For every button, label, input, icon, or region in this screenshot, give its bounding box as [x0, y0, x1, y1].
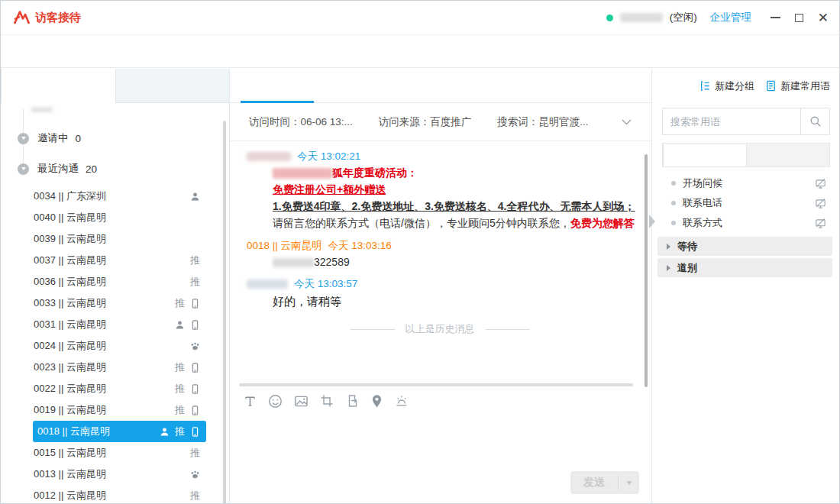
top-right-area: (空闲) 企业管理 ✕	[606, 11, 829, 24]
visitor-list: 0034 || 广东深圳 0040 || 云南昆明	[1, 186, 229, 504]
expand-info-chevron-icon[interactable]	[622, 119, 632, 125]
send-button[interactable]: 发送	[570, 471, 639, 494]
image-icon[interactable]	[294, 394, 309, 409]
push-badge: 推	[175, 382, 185, 396]
quick-reply-item[interactable]: 联系电话	[662, 193, 830, 213]
agent-name-redacted	[620, 13, 663, 22]
sidebar-tab[interactable]	[115, 69, 230, 103]
push-to-visitor-icon[interactable]	[815, 198, 826, 209]
visitor-row[interactable]: 0013 || 云南昆明	[33, 464, 206, 485]
push-to-visitor-icon[interactable]	[815, 178, 826, 189]
visitor-label: 0040 || 云南昆明	[34, 211, 200, 225]
close-button[interactable]: ✕	[818, 11, 829, 24]
agent-status: (空闲)	[670, 11, 697, 24]
quick-reply-item[interactable]: 开场问候	[662, 173, 830, 193]
visitor-icons: 推	[160, 425, 200, 438]
visitor-label: 0023 || 云南昆明	[34, 360, 175, 374]
chat-tab[interactable]	[392, 69, 468, 102]
mobile-phone-icon	[190, 299, 200, 309]
push-to-visitor-icon[interactable]	[815, 218, 826, 229]
visitor-row[interactable]: 0039 || 云南昆明	[33, 228, 206, 250]
visitor-label: 0012 || 云南昆明	[34, 489, 190, 502]
screenshot-icon[interactable]	[320, 394, 334, 408]
chat-tab[interactable]	[315, 69, 392, 102]
visitor-row[interactable]: 0037 || 云南昆明 推	[33, 250, 206, 271]
visitor-row[interactable]: 0022 || 云南昆明 推	[33, 378, 206, 399]
horizontal-scrollbar[interactable]	[239, 383, 633, 386]
visitor-row[interactable]: 0040 || 云南昆明	[33, 207, 206, 228]
sidebar-scrollbar[interactable]	[223, 121, 226, 504]
visit-time: 访问时间：06-06 13:...	[249, 115, 353, 129]
alarm-icon[interactable]	[395, 394, 409, 408]
visitor-row[interactable]: 0019 || 云南昆明 推	[33, 399, 206, 421]
chat-scrollbar[interactable]	[645, 154, 648, 387]
send-options-caret-icon[interactable]	[619, 481, 639, 485]
sidebar-tab[interactable]	[1, 69, 115, 103]
visitor-label: 0019 || 云南昆明	[34, 403, 175, 417]
visitor-row[interactable]: 0033 || 云南昆明 推	[33, 292, 206, 314]
agent-name-redacted	[247, 152, 291, 161]
search-input[interactable]	[663, 108, 800, 134]
expand-caret-icon	[667, 265, 670, 271]
visitor-icons: 推	[190, 489, 200, 502]
visitor-row[interactable]: 0024 || 云南昆明	[33, 335, 206, 357]
emoji-icon[interactable]	[268, 394, 283, 409]
text-format-icon[interactable]	[244, 395, 257, 408]
quick-reply-group[interactable]: 道别	[657, 258, 832, 277]
history-divider: 以上是历史消息	[247, 322, 633, 336]
quick-reply-panel: 新建分组 新建常用语 开场问候	[652, 69, 839, 503]
visitor-row[interactable]: 0012 || 云南昆明 推	[33, 485, 206, 504]
device-tab[interactable]	[746, 144, 829, 166]
visitor-row[interactable]: 0034 || 广东深圳	[33, 186, 206, 207]
input-toolbar	[230, 389, 651, 413]
chat-area: 访问时间：06-06 13:... 访问来源：百度推广 搜索词：昆明官渡... …	[230, 69, 652, 503]
quick-reply-item[interactable]: 联系方式	[662, 213, 830, 233]
visitor-label: 0034 || 广东深圳	[34, 189, 190, 203]
promo-line-3: 1.免费送4印章、2.免费送地址、3.免费送核名、4.全程代办、无需本人到场；	[273, 198, 644, 215]
quick-reply-label: 联系方式	[683, 216, 815, 230]
visitor-row[interactable]: 0023 || 云南昆明 推	[33, 357, 206, 378]
enterprise-manage-link[interactable]: 企业管理	[710, 11, 751, 24]
quick-reply-label: 开场问候	[683, 176, 815, 190]
visitor-label: 0033 || 云南昆明	[34, 296, 175, 310]
chat-tab[interactable]	[544, 69, 621, 102]
quick-reply-items: 开场问候 联系电话 联系方式	[662, 173, 830, 233]
visitor-row[interactable]: 0015 || 云南昆明 推	[33, 442, 206, 464]
send-file-icon[interactable]	[345, 394, 359, 408]
visitor-group-header[interactable]: 邀请中 0	[18, 131, 229, 146]
expand-caret-icon	[667, 244, 670, 250]
promo-line-1: 狐年度重磅活动：	[273, 164, 644, 181]
group-label: 道别	[677, 261, 697, 275]
top-nav-bar: 访客接待 (空闲) 企业管理 ✕	[1, 1, 839, 35]
search-button[interactable]	[800, 108, 829, 134]
device-tab[interactable]	[663, 144, 746, 166]
new-phrase-button[interactable]: 新建常用语	[765, 79, 830, 93]
panel-collapse-handle[interactable]	[649, 215, 655, 228]
visitor-icons: 推	[175, 360, 200, 374]
chat-tab[interactable]	[239, 69, 315, 102]
maximize-button[interactable]	[795, 14, 803, 22]
minimize-button[interactable]	[771, 17, 780, 18]
mobile-phone-icon	[190, 427, 200, 437]
push-badge: 推	[190, 446, 200, 460]
visitor-row[interactable]: 0018 || 云南昆明 推	[33, 421, 206, 442]
chat-tab[interactable]	[468, 69, 544, 102]
new-group-button[interactable]: 新建分组	[699, 79, 754, 93]
visitor-message-text: 322589	[273, 256, 633, 268]
location-icon[interactable]	[370, 394, 383, 409]
message-time: 今天 13:02:21	[297, 150, 360, 163]
quick-reply-search	[662, 108, 830, 135]
visitor-row[interactable]: 0031 || 云南昆明	[33, 314, 206, 335]
push-badge: 推	[175, 403, 185, 417]
visitor-group-header[interactable]: 最近沟通 20	[18, 161, 229, 176]
quick-reply-group[interactable]: 等待	[657, 237, 832, 256]
visitor-message: 0018 || 云南昆明 今天 13:03:16 322589	[247, 238, 633, 268]
brand[interactable]: 访客接待	[13, 9, 81, 26]
push-badge: 推	[190, 489, 200, 502]
agent-message: 今天 13:03:57 好的，请稍等	[247, 276, 633, 309]
visitor-icons	[190, 192, 200, 202]
quick-reply-groups: 等待 道别	[662, 237, 830, 279]
app-window: 访客接待 (空闲) 企业管理 ✕	[0, 0, 840, 504]
visitor-label: 0031 || 云南昆明	[34, 318, 175, 331]
visitor-row[interactable]: 0036 || 云南昆明 推	[33, 271, 206, 292]
